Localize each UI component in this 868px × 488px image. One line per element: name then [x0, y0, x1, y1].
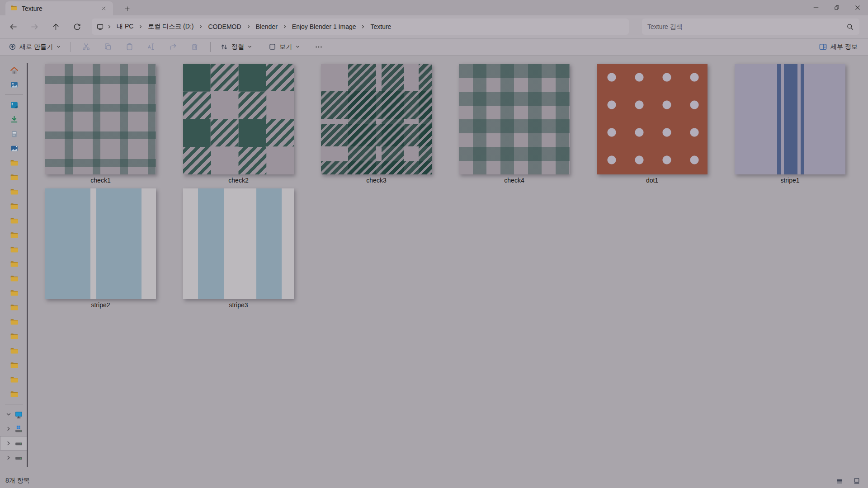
- details-pane-button[interactable]: 세부 정보: [815, 40, 862, 54]
- monitor-icon: [14, 410, 24, 419]
- more-options-icon[interactable]: [311, 40, 327, 54]
- copy-icon[interactable]: [98, 40, 118, 54]
- file-thumbnail-check1[interactable]: [45, 64, 156, 174]
- file-thumbnail-check2[interactable]: [183, 64, 294, 174]
- sidebar-scrollbar[interactable]: [27, 63, 28, 467]
- status-bar: 8개 항목: [0, 474, 868, 488]
- up-icon[interactable]: [47, 19, 64, 35]
- file-item[interactable]: stripe3: [183, 188, 294, 310]
- breadcrumb-chevron-icon: [361, 24, 365, 29]
- file-thumbnail-check4[interactable]: [459, 64, 570, 174]
- search-box[interactable]: [642, 19, 859, 35]
- file-item[interactable]: stripe1: [735, 64, 845, 186]
- sidebar-item-folder[interactable]: [0, 228, 28, 242]
- minimize-button[interactable]: [806, 0, 826, 15]
- file-item[interactable]: check1: [45, 64, 156, 186]
- sidebar-item-folder[interactable]: [0, 213, 28, 228]
- close-button[interactable]: [847, 0, 868, 15]
- gallery-icon: [9, 80, 19, 89]
- sidebar-item-drive-selected[interactable]: [0, 436, 28, 450]
- tab-close-icon[interactable]: [99, 4, 108, 14]
- chevron-right-icon[interactable]: [5, 455, 12, 460]
- sidebar-item-folder[interactable]: [0, 387, 28, 401]
- sidebar-item-folder[interactable]: [0, 329, 28, 343]
- delete-icon[interactable]: [185, 40, 205, 54]
- breadcrumb-chevron-icon: [246, 24, 251, 29]
- new-button-label: 새로 만들기: [19, 43, 53, 51]
- file-thumbnail-stripe2[interactable]: [45, 188, 156, 299]
- folder-icon: [9, 361, 19, 370]
- sidebar-item-drive[interactable]: [0, 450, 28, 465]
- thumbnail-view-icon[interactable]: [851, 475, 863, 486]
- file-item[interactable]: dot1: [597, 64, 708, 186]
- chevron-right-icon[interactable]: [5, 441, 12, 446]
- paste-icon[interactable]: [120, 40, 140, 54]
- view-button[interactable]: 보기: [264, 40, 304, 54]
- documents-icon: [9, 129, 19, 139]
- sidebar-item-folder[interactable]: [0, 257, 28, 271]
- folder-icon: [9, 259, 19, 269]
- cut-icon[interactable]: [76, 40, 96, 54]
- breadcrumb-item[interactable]: Blender: [253, 22, 280, 32]
- toolbar-divider: [210, 42, 211, 52]
- sidebar-item-pictures[interactable]: [0, 141, 28, 155]
- file-item[interactable]: stripe2: [45, 188, 156, 310]
- command-toolbar: 새로 만들기 정렬 보기 세부 정보: [0, 38, 868, 56]
- new-button[interactable]: 새로 만들기: [5, 40, 65, 54]
- file-thumbnail-dot1[interactable]: [597, 64, 708, 174]
- breadcrumb-item[interactable]: 로컬 디스크 (D:): [145, 21, 196, 32]
- new-tab-button[interactable]: [120, 2, 134, 15]
- chevron-right-icon[interactable]: [5, 426, 12, 432]
- file-thumbnail-stripe3[interactable]: [183, 188, 294, 299]
- file-item[interactable]: check4: [459, 64, 570, 186]
- sidebar-item-gallery[interactable]: [0, 77, 28, 92]
- details-view-icon[interactable]: [834, 475, 845, 486]
- file-thumbnail-check3[interactable]: [321, 64, 432, 174]
- sidebar-item-folder[interactable]: [0, 271, 28, 286]
- search-input[interactable]: [647, 23, 846, 30]
- back-icon[interactable]: [5, 19, 22, 35]
- sidebar-item-desktop[interactable]: [0, 98, 28, 112]
- folder-icon: [9, 216, 19, 225]
- sidebar-item-folder[interactable]: [0, 155, 28, 170]
- sidebar-item-documents[interactable]: [0, 127, 28, 141]
- sidebar-item-monitor[interactable]: [0, 407, 28, 422]
- share-icon[interactable]: [163, 40, 183, 54]
- breadcrumb-item[interactable]: 내 PC: [114, 21, 136, 32]
- breadcrumb-item[interactable]: Enjoy Blender 1 Image: [289, 22, 359, 32]
- explorer-tab[interactable]: Texture: [5, 1, 113, 15]
- file-name-label: check1: [45, 177, 156, 186]
- sidebar-item-home[interactable]: [0, 63, 28, 77]
- file-item[interactable]: check3: [321, 64, 432, 186]
- file-thumbnail-stripe1[interactable]: [735, 64, 845, 174]
- restore-button[interactable]: [826, 0, 847, 15]
- sidebar-item-windows-drive[interactable]: [0, 422, 28, 436]
- sidebar-item-folder[interactable]: [0, 300, 28, 314]
- sidebar-item-folder[interactable]: [0, 170, 28, 184]
- sidebar-item-folder[interactable]: [0, 184, 28, 199]
- file-name-label: stripe1: [735, 177, 845, 186]
- rename-icon[interactable]: [142, 40, 161, 54]
- sidebar-item-folder[interactable]: [0, 314, 28, 329]
- address-bar[interactable]: 내 PC로컬 디스크 (D:)CODEMODBlenderEnjoy Blend…: [92, 19, 629, 35]
- view-button-label: 보기: [279, 43, 292, 51]
- folder-icon: [9, 230, 19, 240]
- sidebar-item-folder[interactable]: [0, 242, 28, 257]
- sidebar-item-folder[interactable]: [0, 199, 28, 213]
- breadcrumb-item[interactable]: Texture: [368, 22, 394, 32]
- forward-icon[interactable]: [26, 19, 43, 35]
- search-icon[interactable]: [846, 23, 854, 31]
- folder-icon: [9, 375, 19, 385]
- sidebar-item-folder[interactable]: [0, 286, 28, 300]
- chevron-down-icon[interactable]: [5, 412, 12, 417]
- monitor-icon: [96, 23, 104, 31]
- sort-button[interactable]: 정렬: [216, 40, 256, 54]
- file-item[interactable]: check2: [183, 64, 294, 186]
- sidebar-item-downloads[interactable]: [0, 112, 28, 127]
- sidebar-item-folder[interactable]: [0, 343, 28, 358]
- sidebar-item-folder[interactable]: [0, 372, 28, 387]
- sidebar-item-folder[interactable]: [0, 358, 28, 372]
- breadcrumb-item[interactable]: CODEMOD: [205, 22, 244, 32]
- refresh-icon[interactable]: [68, 19, 85, 35]
- tab-title: Texture: [22, 5, 94, 12]
